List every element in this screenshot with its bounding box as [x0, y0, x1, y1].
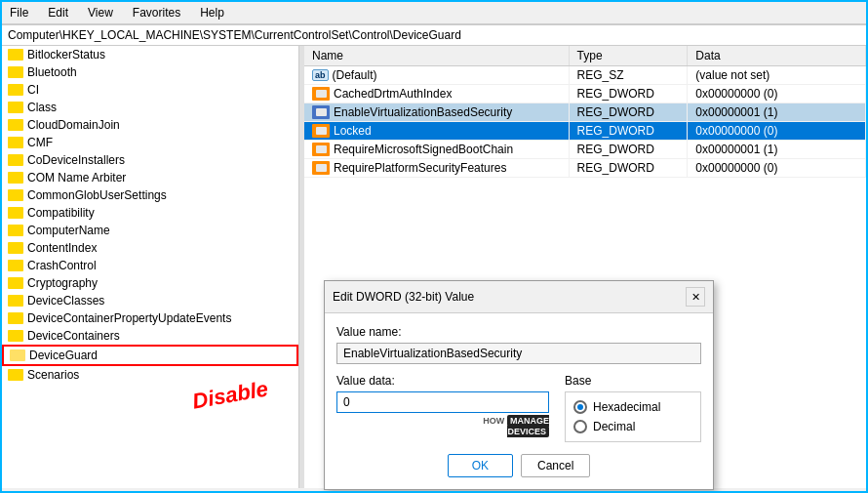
left-item-16[interactable]: DeviceContainers	[2, 327, 298, 345]
folder-icon	[8, 189, 23, 201]
folder-icon	[8, 66, 23, 78]
row-data: 0x00000000 (0)	[688, 159, 866, 178]
left-item-label: Class	[27, 101, 57, 114]
left-item-2[interactable]: CI	[2, 81, 298, 99]
cancel-button[interactable]: Cancel	[521, 454, 590, 477]
left-item-14[interactable]: DeviceClasses	[2, 292, 298, 309]
table-row[interactable]: CachedDrtmAuthIndexREG_DWORD0x00000000 (…	[304, 85, 866, 103]
dword-icon	[312, 143, 330, 156]
left-item-3[interactable]: Class	[2, 99, 298, 116]
menu-item-favorites[interactable]: Favorites	[129, 4, 184, 21]
dword-icon	[312, 87, 330, 101]
row-type: REG_SZ	[569, 66, 688, 85]
left-item-5[interactable]: CMF	[2, 134, 298, 151]
row-type: REG_DWORD	[569, 85, 688, 103]
left-item-label: CommonGlobUserSettings	[27, 188, 167, 202]
dialog-close-button[interactable]: ✕	[686, 287, 705, 307]
value-name-display: EnableVirtualizationBasedSecurity	[336, 343, 701, 364]
row-type: REG_DWORD	[569, 122, 688, 141]
row-type: REG_DWORD	[569, 141, 688, 159]
table-row[interactable]: RequireMicrosoftSignedBootChainREG_DWORD…	[304, 141, 866, 159]
dword-icon	[312, 161, 330, 175]
left-item-9[interactable]: Compatibility	[2, 204, 298, 222]
left-item-label: ComputerName	[27, 224, 110, 237]
folder-icon	[8, 154, 23, 166]
left-item-12[interactable]: CrashControl	[2, 257, 298, 274]
left-item-label: BitlockerStatus	[27, 48, 105, 62]
left-item-4[interactable]: CloudDomainJoin	[2, 116, 298, 134]
row-data: (value not set)	[688, 66, 866, 85]
left-item-label: DeviceContainers	[27, 329, 120, 343]
folder-icon	[10, 349, 25, 361]
folder-icon	[8, 225, 23, 236]
menu-bar: FileEditViewFavoritesHelp	[2, 2, 866, 24]
value-data-input[interactable]	[336, 391, 549, 413]
col-type[interactable]: Type	[569, 46, 688, 66]
left-item-18[interactable]: Scenarios	[2, 366, 298, 384]
folder-icon	[8, 207, 23, 219]
menu-item-edit[interactable]: Edit	[44, 4, 72, 21]
left-item-label: Cryptography	[27, 276, 98, 290]
left-item-label: ContentIndex	[27, 241, 97, 255]
folder-icon	[8, 172, 23, 184]
radio-hexadecimal[interactable]: Hexadecimal	[573, 400, 692, 414]
folder-icon	[8, 137, 23, 148]
left-item-7[interactable]: COM Name Arbiter	[2, 169, 298, 186]
col-data[interactable]: Data	[688, 46, 866, 66]
radio-decimal[interactable]: Decimal	[573, 420, 692, 433]
folder-icon	[8, 369, 23, 381]
left-item-17[interactable]: DeviceGuard	[2, 345, 298, 366]
value-name-label: Value name:	[336, 325, 701, 339]
radio-decimal-label: Decimal	[593, 420, 635, 433]
left-item-13[interactable]: Cryptography	[2, 274, 298, 292]
table-row[interactable]: LockedREG_DWORD0x00000000 (0)	[304, 122, 866, 141]
left-item-10[interactable]: ComputerName	[2, 222, 298, 239]
left-item-label: DeviceGuard	[29, 349, 98, 362]
row-name: Locked	[334, 124, 372, 138]
left-item-8[interactable]: CommonGlobUserSettings	[2, 186, 298, 204]
registry-table: Name Type Data ab(Default)REG_SZ(value n…	[304, 46, 866, 178]
table-row[interactable]: ab(Default)REG_SZ(value not set)	[304, 66, 866, 85]
menu-item-file[interactable]: File	[6, 4, 32, 21]
left-item-0[interactable]: BitlockerStatus	[2, 46, 298, 63]
row-data: 0x00000000 (0)	[688, 122, 866, 141]
folder-icon	[8, 330, 23, 342]
row-type: REG_DWORD	[569, 103, 688, 122]
left-item-label: CMF	[27, 136, 53, 149]
left-item-6[interactable]: CoDeviceInstallers	[2, 151, 298, 169]
row-name: EnableVirtualizationBasedSecurity	[334, 105, 512, 119]
row-data: 0x00000001 (1)	[688, 103, 866, 122]
left-item-label: Bluetooth	[27, 65, 77, 79]
value-data-label: Value data:	[336, 374, 549, 388]
table-row[interactable]: EnableVirtualizationBasedSecurityREG_DWO…	[304, 103, 866, 122]
col-name[interactable]: Name	[304, 46, 569, 66]
table-row[interactable]: RequirePlatformSecurityFeaturesREG_DWORD…	[304, 159, 866, 178]
folder-icon	[8, 49, 23, 61]
folder-icon	[8, 102, 23, 113]
left-item-15[interactable]: DeviceContainerPropertyUpdateEvents	[2, 309, 298, 327]
row-name: RequirePlatformSecurityFeatures	[334, 161, 506, 175]
ab-icon: ab	[312, 69, 329, 81]
folder-icon	[8, 312, 23, 324]
folder-icon	[8, 84, 23, 96]
left-item-label: CrashControl	[27, 259, 97, 272]
edit-dword-dialog[interactable]: Edit DWORD (32-bit) Value ✕ Value name: …	[324, 280, 714, 490]
menu-item-view[interactable]: View	[84, 4, 117, 21]
radio-decimal-circle	[573, 420, 587, 433]
left-item-11[interactable]: ContentIndex	[2, 239, 298, 257]
address-bar: Computer\HKEY_LOCAL_MACHINE\SYSTEM\Curre…	[2, 24, 866, 46]
left-item-label: COM Name Arbiter	[27, 171, 126, 185]
menu-item-help[interactable]: Help	[196, 4, 228, 21]
row-data: 0x00000001 (1)	[688, 141, 866, 159]
ok-button[interactable]: OK	[448, 454, 513, 477]
dialog-title-bar: Edit DWORD (32-bit) Value ✕	[325, 281, 713, 313]
row-type: REG_DWORD	[569, 159, 688, 178]
base-label: Base	[565, 374, 701, 388]
left-item-1[interactable]: Bluetooth	[2, 63, 298, 81]
left-item-label: CloudDomainJoin	[27, 118, 120, 132]
folder-icon	[8, 119, 23, 131]
left-panel: BitlockerStatusBluetoothCIClassCloudDoma…	[2, 46, 299, 488]
row-name: CachedDrtmAuthIndex	[334, 87, 452, 101]
folder-icon	[8, 260, 23, 271]
row-name: (Default)	[333, 68, 377, 82]
